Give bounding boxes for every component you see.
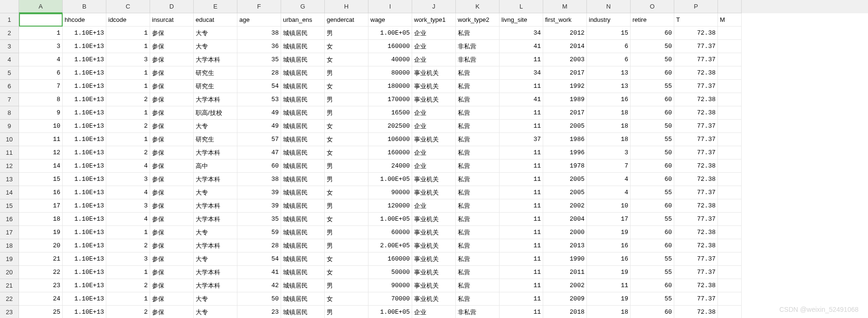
cell-L4[interactable]: 11 bbox=[500, 53, 543, 66]
cell-D14[interactable]: 参保 bbox=[150, 186, 194, 199]
cell-H4[interactable]: 女 bbox=[325, 53, 368, 66]
cell-P10[interactable]: 77.37 bbox=[674, 133, 718, 146]
cell-A1[interactable] bbox=[19, 13, 63, 27]
cell-I15[interactable]: 120000 bbox=[368, 199, 412, 213]
cell-B16[interactable]: 1.10E+13 bbox=[63, 213, 106, 226]
cell-K10[interactable]: 私营 bbox=[456, 133, 500, 146]
cell-E19[interactable]: 大专 bbox=[194, 253, 237, 266]
cell-N13[interactable]: 4 bbox=[587, 173, 631, 186]
cell-Q21[interactable] bbox=[718, 279, 742, 292]
row-header-3[interactable]: 3 bbox=[0, 40, 19, 53]
cell-F13[interactable]: 38 bbox=[237, 173, 281, 186]
row-header-6[interactable]: 6 bbox=[0, 80, 19, 93]
cell-E7[interactable]: 大学本科 bbox=[194, 93, 237, 106]
cell-H13[interactable]: 男 bbox=[325, 173, 368, 186]
cell-E17[interactable]: 大专 bbox=[194, 226, 237, 239]
cell-O10[interactable]: 55 bbox=[631, 133, 674, 146]
cell-M12[interactable]: 1978 bbox=[543, 159, 587, 173]
cell-H20[interactable]: 女 bbox=[325, 266, 368, 279]
cell-J12[interactable]: 企业 bbox=[412, 159, 456, 173]
cell-N20[interactable]: 19 bbox=[587, 266, 631, 279]
cell-P20[interactable]: 77.37 bbox=[674, 266, 718, 279]
cell-N16[interactable]: 17 bbox=[587, 213, 631, 226]
cell-C5[interactable]: 1 bbox=[106, 66, 150, 80]
cell-C15[interactable]: 3 bbox=[106, 199, 150, 213]
cell-K7[interactable]: 私营 bbox=[456, 93, 500, 106]
cell-F2[interactable]: 38 bbox=[237, 27, 281, 40]
cell-A20[interactable]: 22 bbox=[19, 266, 63, 279]
cell-K13[interactable]: 私营 bbox=[456, 173, 500, 186]
cell-F20[interactable]: 41 bbox=[237, 266, 281, 279]
column-header-B[interactable]: B bbox=[63, 0, 106, 13]
cell-K1[interactable]: work_type2 bbox=[456, 13, 500, 27]
cell-K9[interactable]: 私营 bbox=[456, 120, 500, 133]
column-header-K[interactable]: K bbox=[456, 0, 500, 13]
cell-Q10[interactable] bbox=[718, 133, 742, 146]
cell-Q11[interactable] bbox=[718, 146, 742, 159]
cell-L6[interactable]: 11 bbox=[500, 80, 543, 93]
cell-H21[interactable]: 男 bbox=[325, 279, 368, 292]
cell-F17[interactable]: 59 bbox=[237, 226, 281, 239]
cell-F18[interactable]: 28 bbox=[237, 239, 281, 253]
cell-G15[interactable]: 城镇居民 bbox=[281, 199, 325, 213]
row-header-19[interactable]: 19 bbox=[0, 253, 19, 266]
cell-J15[interactable]: 企业 bbox=[412, 199, 456, 213]
cell-E2[interactable]: 大专 bbox=[194, 27, 237, 40]
cell-C17[interactable]: 1 bbox=[106, 226, 150, 239]
row-header-7[interactable]: 7 bbox=[0, 93, 19, 106]
cell-J11[interactable]: 企业 bbox=[412, 146, 456, 159]
cell-L11[interactable]: 11 bbox=[500, 146, 543, 159]
cell-O2[interactable]: 60 bbox=[631, 27, 674, 40]
column-header-N[interactable]: N bbox=[587, 0, 631, 13]
cell-M23[interactable]: 2018 bbox=[543, 306, 587, 318]
cell-G21[interactable]: 城镇居民 bbox=[281, 279, 325, 292]
cell-H17[interactable]: 男 bbox=[325, 226, 368, 239]
cell-E9[interactable]: 大专 bbox=[194, 120, 237, 133]
cell-G6[interactable]: 城镇居民 bbox=[281, 80, 325, 93]
cell-B7[interactable]: 1.10E+13 bbox=[63, 93, 106, 106]
cell-B5[interactable]: 1.10E+13 bbox=[63, 66, 106, 80]
cell-G9[interactable]: 城镇居民 bbox=[281, 120, 325, 133]
cell-Q15[interactable] bbox=[718, 199, 742, 213]
cell-M3[interactable]: 2014 bbox=[543, 40, 587, 53]
cell-Q6[interactable] bbox=[718, 80, 742, 93]
cell-H1[interactable]: gendercat bbox=[325, 13, 368, 27]
cell-H5[interactable]: 男 bbox=[325, 66, 368, 80]
cell-F11[interactable]: 47 bbox=[237, 146, 281, 159]
row-header-2[interactable]: 2 bbox=[0, 27, 19, 40]
cell-E16[interactable]: 大学本科 bbox=[194, 213, 237, 226]
cell-C11[interactable]: 2 bbox=[106, 146, 150, 159]
cell-O11[interactable]: 50 bbox=[631, 146, 674, 159]
row-header-20[interactable]: 20 bbox=[0, 266, 19, 279]
cell-K3[interactable]: 非私营 bbox=[456, 40, 500, 53]
cell-M20[interactable]: 2011 bbox=[543, 266, 587, 279]
cell-I16[interactable]: 1.00E+05 bbox=[368, 213, 412, 226]
cell-P16[interactable]: 77.37 bbox=[674, 213, 718, 226]
cell-B12[interactable]: 1.10E+13 bbox=[63, 159, 106, 173]
cell-M2[interactable]: 2012 bbox=[543, 27, 587, 40]
row-header-1[interactable]: 1 bbox=[0, 13, 19, 27]
cell-E6[interactable]: 研究生 bbox=[194, 80, 237, 93]
cell-A21[interactable]: 23 bbox=[19, 279, 63, 292]
cell-L5[interactable]: 34 bbox=[500, 66, 543, 80]
cell-G4[interactable]: 城镇居民 bbox=[281, 53, 325, 66]
cell-P17[interactable]: 72.38 bbox=[674, 226, 718, 239]
cell-I1[interactable]: wage bbox=[368, 13, 412, 27]
cell-D5[interactable]: 参保 bbox=[150, 66, 194, 80]
cell-D23[interactable]: 参保 bbox=[150, 306, 194, 318]
row-header-13[interactable]: 13 bbox=[0, 173, 19, 186]
cell-B22[interactable]: 1.10E+13 bbox=[63, 292, 106, 306]
cell-I5[interactable]: 80000 bbox=[368, 66, 412, 80]
cell-L10[interactable]: 37 bbox=[500, 133, 543, 146]
cell-E4[interactable]: 大学本科 bbox=[194, 53, 237, 66]
cell-K11[interactable]: 私营 bbox=[456, 146, 500, 159]
column-header-Q[interactable] bbox=[718, 0, 742, 13]
cell-B6[interactable]: 1.10E+13 bbox=[63, 80, 106, 93]
cell-N8[interactable]: 18 bbox=[587, 106, 631, 120]
cell-D11[interactable]: 参保 bbox=[150, 146, 194, 159]
cell-F15[interactable]: 39 bbox=[237, 199, 281, 213]
cell-F9[interactable]: 49 bbox=[237, 120, 281, 133]
cell-K17[interactable]: 私营 bbox=[456, 226, 500, 239]
cell-F22[interactable]: 50 bbox=[237, 292, 281, 306]
cell-N11[interactable]: 3 bbox=[587, 146, 631, 159]
